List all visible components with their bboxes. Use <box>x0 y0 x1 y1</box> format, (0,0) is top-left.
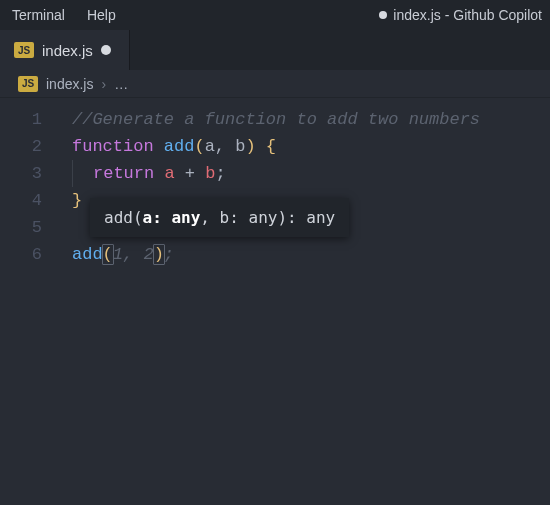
menu-help[interactable]: Help <box>83 5 120 25</box>
param-token: b <box>235 137 245 156</box>
ghost-text-token: 1 <box>113 245 123 264</box>
code-line[interactable]: function add(a, b) { <box>72 133 550 160</box>
brace-token: } <box>72 191 82 210</box>
code-editor[interactable]: 1 2 3 4 5 6 //Generate a function to add… <box>0 98 550 505</box>
function-name-token: add <box>164 137 195 156</box>
sig-param: b: any <box>220 208 278 227</box>
paren-token: ) <box>245 137 255 156</box>
brace-token: { <box>266 137 276 156</box>
comment-token: //Generate a function to add two numbers <box>72 110 480 129</box>
keyword-token: return <box>93 164 154 183</box>
window-title-text: index.js - Github Copilot <box>393 7 542 23</box>
paren-token: ( <box>194 137 204 156</box>
tab-modified-dot-icon <box>101 45 111 55</box>
line-number: 6 <box>0 241 42 268</box>
code-line[interactable]: return a + b; <box>72 160 550 187</box>
breadcrumb[interactable]: JS index.js › … <box>0 70 550 98</box>
js-file-icon: JS <box>18 76 38 92</box>
signature-help-tooltip: add(a: any, b: any): any <box>90 198 349 237</box>
line-number: 2 <box>0 133 42 160</box>
tab-indexjs[interactable]: JS index.js <box>0 30 130 70</box>
line-number-gutter: 1 2 3 4 5 6 <box>0 98 60 505</box>
sig-func: add <box>104 208 133 227</box>
line-number: 5 <box>0 214 42 241</box>
chevron-right-icon: › <box>101 76 106 92</box>
sig-comma: , <box>200 208 219 227</box>
tab-label: index.js <box>42 42 93 59</box>
menu-terminal[interactable]: Terminal <box>8 5 69 25</box>
menu-bar: Terminal Help <box>8 5 120 25</box>
code-area[interactable]: //Generate a function to add two numbers… <box>60 98 550 505</box>
code-line[interactable]: add(1, 2); <box>72 241 550 268</box>
sig-return: any <box>306 208 335 227</box>
punct-token: ; <box>215 164 225 183</box>
line-number: 4 <box>0 187 42 214</box>
indent-guide <box>72 160 73 187</box>
modified-dot-icon <box>379 11 387 19</box>
punct-token: , <box>215 137 235 156</box>
breadcrumb-more: … <box>114 76 128 92</box>
sig-close: ): <box>277 208 306 227</box>
code-line[interactable]: //Generate a function to add two numbers <box>72 106 550 133</box>
identifier-token: b <box>205 164 215 183</box>
tab-bar: JS index.js <box>0 30 550 70</box>
line-number: 1 <box>0 106 42 133</box>
window-title: index.js - Github Copilot <box>379 7 542 23</box>
ghost-text-token: , <box>123 245 143 264</box>
titlebar: Terminal Help index.js - Github Copilot <box>0 0 550 30</box>
sig-param-active: a: any <box>143 208 201 227</box>
operator-token: + <box>175 164 206 183</box>
keyword-token: function <box>72 137 154 156</box>
identifier-token: a <box>164 164 174 183</box>
function-call-token: add <box>72 245 103 264</box>
ghost-text-token: ; <box>164 245 174 264</box>
param-token: a <box>205 137 215 156</box>
breadcrumb-file: index.js <box>46 76 93 92</box>
line-number: 3 <box>0 160 42 187</box>
js-file-icon: JS <box>14 42 34 58</box>
sig-open: ( <box>133 208 143 227</box>
